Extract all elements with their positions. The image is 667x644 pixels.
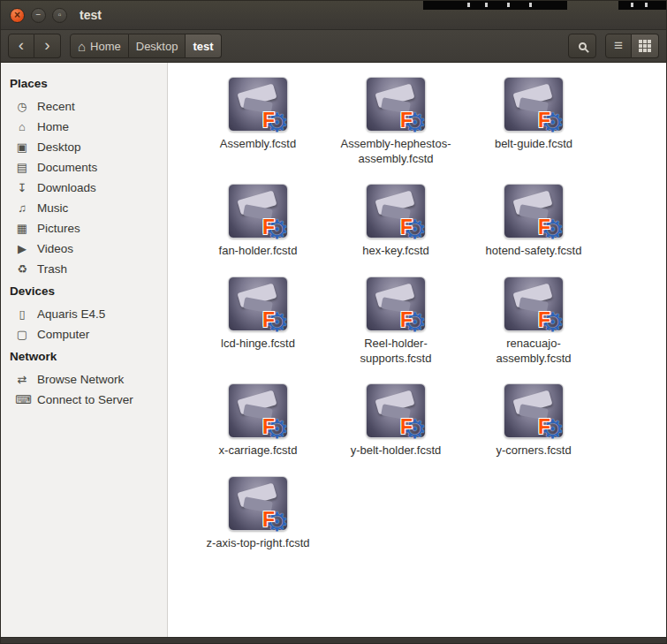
file-item[interactable]: ⚙ F Reel-holder-supports.fcstd — [327, 277, 465, 366]
sidebar-item-label: Trash — [37, 262, 67, 276]
list-view-button[interactable]: ≡ — [605, 34, 632, 58]
file-name: renacuajo-assembly.fcstd — [477, 337, 590, 366]
sidebar-item-home[interactable]: ⌂ Home — [1, 117, 167, 137]
freecad-logo-icon: ⚙ F — [527, 101, 565, 134]
file-thumbnail: ⚙ F — [228, 184, 288, 239]
freecad-f-icon: F — [262, 110, 275, 131]
file-item[interactable]: ⚙ F Assembly.fcstd — [189, 77, 327, 166]
freecad-logo-icon: ⚙ F — [252, 208, 289, 241]
sidebar-item-documents[interactable]: ▤ Documents — [1, 157, 167, 178]
maximize-button[interactable]: ▫ — [52, 8, 67, 23]
file-name: x-carriage.fcstd — [219, 443, 298, 458]
close-button[interactable]: × — [10, 8, 25, 23]
sidebar-item-downloads[interactable]: ↧ Downloads — [1, 178, 167, 198]
sidebar-item-label: Videos — [37, 242, 73, 255]
search-button[interactable] — [568, 34, 596, 58]
freecad-f-icon: F — [538, 310, 550, 330]
sidebar-item-aquaris[interactable]: ▯ Aquaris E4.5 — [1, 304, 167, 324]
nav-buttons: ‹ › — [8, 34, 61, 58]
file-thumbnail: ⚙ F — [504, 77, 564, 132]
sidebar-item-browse-network[interactable]: ⇄ Browse Network — [1, 369, 167, 390]
server-icon: ⌨ — [15, 393, 29, 406]
breadcrumb-home-label: Home — [90, 40, 121, 53]
freecad-logo-icon: ⚙ F — [252, 407, 289, 441]
freecad-f-icon: F — [262, 417, 275, 437]
sidebar-item-label: Documents — [37, 161, 97, 174]
breadcrumb-current[interactable]: test — [186, 34, 221, 58]
file-thumbnail: ⚙ F — [228, 383, 288, 438]
file-name: belt-guide.fcstd — [495, 137, 572, 152]
file-manager-window: × − ▫ test ‹ › ⌂ Home Desktop test — [0, 0, 667, 644]
recent-icon: ◷ — [15, 100, 29, 113]
file-item[interactable]: ⚙ F hex-key.fcstd — [327, 184, 465, 259]
freecad-logo-icon: ⚙ F — [252, 101, 289, 134]
file-item[interactable]: ⚙ F y-belt-holder.fcstd — [327, 383, 465, 458]
file-item[interactable]: ⚙ F x-carriage.fcstd — [189, 383, 327, 458]
sidebar-item-videos[interactable]: ▶ Videos — [1, 239, 167, 259]
file-item[interactable]: ⚙ F lcd-hinge.fcstd — [189, 277, 327, 366]
search-icon — [579, 42, 587, 50]
freecad-logo-icon: ⚙ F — [390, 407, 427, 441]
breadcrumb: ⌂ Home Desktop test — [70, 34, 222, 58]
file-name: Assembly-hephestos-assembly.fcstd — [339, 137, 452, 166]
videos-icon: ▶ — [15, 242, 29, 255]
file-name: Assembly.fcstd — [220, 137, 296, 152]
file-thumbnail: ⚙ F — [228, 476, 288, 531]
sidebar-section-devices: Devices — [1, 279, 167, 304]
phone-icon: ▯ — [15, 307, 29, 321]
file-thumbnail: ⚙ F — [228, 277, 288, 331]
file-item[interactable]: ⚙ F y-corners.fcstd — [465, 383, 603, 458]
freecad-logo-icon: ⚙ F — [252, 300, 289, 334]
home-icon: ⌂ — [78, 40, 86, 53]
file-item[interactable]: ⚙ F Assembly-hephestos-assembly.fcstd — [327, 77, 465, 166]
trash-icon: ♻ — [15, 262, 29, 276]
sidebar-item-trash[interactable]: ♻ Trash — [1, 259, 167, 279]
freecad-logo-icon: ⚙ F — [390, 300, 427, 334]
freecad-f-icon: F — [262, 510, 275, 530]
toolbar: ‹ › ⌂ Home Desktop test ≡ — [1, 30, 666, 63]
freecad-logo-icon: ⚙ F — [527, 208, 565, 241]
sidebar-item-label: Connect to Server — [37, 393, 133, 406]
sidebar-item-pictures[interactable]: ▦ Pictures — [1, 218, 167, 239]
sidebar-item-label: Home — [37, 120, 69, 133]
freecad-logo-icon: ⚙ F — [390, 208, 427, 241]
file-name: fan-holder.fcstd — [219, 244, 298, 259]
freecad-logo-icon: ⚙ F — [527, 407, 565, 441]
file-item[interactable]: ⚙ F z-axis-top-right.fcstd — [189, 476, 327, 551]
sidebar-item-computer[interactable]: ▢ Computer — [1, 324, 167, 345]
file-thumbnail: ⚙ F — [366, 277, 426, 331]
window-content: Places ◷ Recent ⌂ Home ▣ Desktop ▤ — [1, 63, 666, 637]
freecad-f-icon: F — [400, 310, 413, 330]
breadcrumb-home[interactable]: ⌂ Home — [70, 34, 129, 58]
sidebar-item-label: Downloads — [37, 181, 96, 194]
downloads-icon: ↧ — [15, 181, 29, 194]
sidebar-item-connect-to-server[interactable]: ⌨ Connect to Server — [1, 390, 167, 410]
forward-button[interactable]: › — [34, 34, 61, 58]
file-name: y-belt-holder.fcstd — [351, 443, 442, 458]
file-item[interactable]: ⚙ F fan-holder.fcstd — [189, 184, 327, 259]
file-name: lcd-hinge.fcstd — [221, 337, 295, 352]
breadcrumb-desktop[interactable]: Desktop — [129, 34, 186, 58]
file-item[interactable]: ⚙ F renacuajo-assembly.fcstd — [465, 277, 603, 366]
file-name: y-corners.fcstd — [496, 443, 571, 458]
view-switcher: ≡ — [605, 34, 659, 58]
sidebar-item-music[interactable]: ♫ Music — [1, 198, 167, 218]
file-thumbnail: ⚙ F — [366, 77, 426, 132]
file-item[interactable]: ⚙ F belt-guide.fcstd — [465, 77, 603, 166]
freecad-logo-icon: ⚙ F — [527, 300, 565, 334]
freecad-f-icon: F — [400, 417, 413, 437]
grid-view-icon — [639, 40, 651, 52]
freecad-f-icon: F — [400, 110, 413, 131]
minimize-button[interactable]: − — [31, 8, 46, 23]
back-button[interactable]: ‹ — [8, 34, 34, 58]
file-name: z-axis-top-right.fcstd — [206, 536, 309, 551]
sidebar-item-recent[interactable]: ◷ Recent — [1, 96, 167, 117]
sidebar-item-desktop[interactable]: ▣ Desktop — [1, 137, 167, 157]
file-name: hex-key.fcstd — [362, 244, 429, 259]
sidebar-section-network: Network — [1, 345, 167, 369]
file-item[interactable]: ⚙ F hotend-safety.fcstd — [465, 184, 603, 259]
music-icon: ♫ — [15, 201, 29, 215]
file-thumbnail: ⚙ F — [504, 383, 564, 438]
grid-view-button[interactable] — [632, 34, 659, 58]
file-thumbnail: ⚙ F — [504, 184, 564, 239]
